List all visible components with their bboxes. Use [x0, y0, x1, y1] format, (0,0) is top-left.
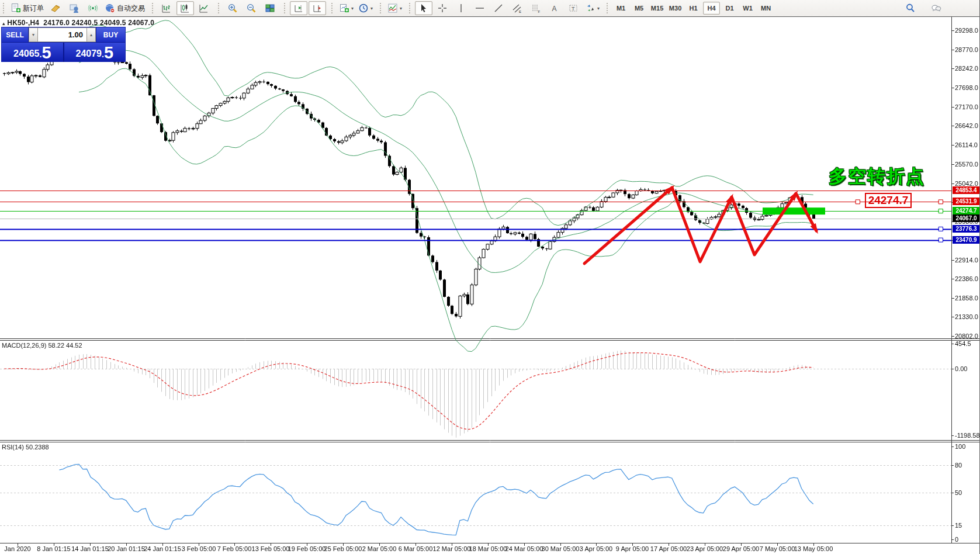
price-axis-tick-label: 21330.0: [955, 313, 978, 320]
cursor-icon: [418, 3, 429, 13]
main-toolbar: 新订单自动交易▾▾▾EFAT▾M1M5M15M30H1H4D1W1MN: [0, 0, 979, 17]
window-marker-icon: ▴: [2, 20, 5, 26]
chart-shift-icon: [312, 3, 323, 13]
autoscroll-button[interactable]: [290, 1, 307, 15]
profile-button[interactable]: [65, 1, 83, 15]
line-chart-icon: [199, 3, 209, 13]
new-order-button[interactable]: 新订单: [9, 1, 46, 15]
timeframe-m5-button[interactable]: M5: [631, 2, 647, 15]
bar-chart-icon: [161, 3, 172, 13]
crosshair-button[interactable]: [434, 1, 451, 15]
svg-text:F: F: [538, 10, 541, 13]
trendline-button[interactable]: [490, 1, 507, 15]
indicators-button[interactable]: ▾: [386, 1, 404, 15]
price-level-badge: 24067.0: [953, 214, 980, 222]
autotrading-button-label: 自动交易: [117, 4, 145, 13]
timeframe-mn-button[interactable]: MN: [757, 2, 774, 15]
line-view-button[interactable]: [195, 1, 213, 15]
svg-text:A: A: [552, 5, 557, 13]
gold-template-icon: [50, 3, 61, 13]
hline-icon: [475, 3, 485, 13]
price-axis-tick-label: 20802.0: [955, 333, 978, 340]
price-axis-tick-label: 27698.0: [955, 84, 978, 91]
dropdown-caret-icon: ▾: [400, 6, 402, 11]
price-axis-tick-label: 29298.0: [955, 27, 978, 34]
price-level-badge: 23776.3: [953, 225, 980, 233]
toolbar-group-grip: [284, 3, 287, 13]
buy-price-pip: 5: [104, 44, 113, 61]
shapes-icon: [585, 3, 595, 13]
price-axis-tick-label: 25570.0: [955, 161, 978, 168]
buy-price-display[interactable]: 24079 . 5: [64, 43, 126, 62]
new-chart-icon: [339, 3, 349, 13]
broadcast-icon: [88, 3, 98, 13]
time-axis-label: 13 May 05:00: [787, 545, 840, 552]
label-button[interactable]: T: [565, 1, 582, 15]
broadcast-button[interactable]: [84, 1, 102, 15]
ohlc-values: 24176.0 24240.5 24049.5 24067.0: [43, 19, 154, 27]
channel-button[interactable]: E: [508, 1, 526, 15]
boxed-price-annotation: 24274.7: [865, 193, 912, 208]
price-axis-tick-label: 26114.0: [955, 141, 978, 148]
bars-view-button[interactable]: [158, 1, 175, 15]
price-axis-tick-label: 28770.0: [955, 46, 978, 53]
symbol-period-label: HK50-,H4: [7, 19, 39, 27]
profile-chart-icon: [69, 3, 79, 13]
label-icon: T: [568, 3, 579, 13]
sell-price-pip: 5: [41, 44, 51, 61]
timeframe-m1-button[interactable]: M1: [612, 2, 629, 15]
buy-price-main: 24079: [75, 46, 102, 61]
macd-scale-label: 454.5: [955, 340, 971, 347]
svg-text:T: T: [572, 6, 575, 12]
zoom-in-button[interactable]: [224, 1, 241, 15]
vline-icon: [456, 3, 466, 13]
candles-view-button[interactable]: [176, 1, 194, 15]
volume-field-wrap: [38, 27, 86, 42]
sell-price-display[interactable]: 24065 . 5: [2, 43, 64, 62]
new-chart-button[interactable]: ▾: [337, 1, 355, 15]
sell-button[interactable]: SELL: [2, 27, 29, 42]
profiles-button[interactable]: ▾: [356, 1, 375, 15]
buy-button[interactable]: BUY: [96, 27, 125, 42]
price-level-badge: 24853.4: [953, 186, 980, 194]
template-button[interactable]: [47, 1, 64, 15]
timeframe-m30-button[interactable]: M30: [667, 2, 684, 15]
hline-button[interactable]: [471, 1, 489, 15]
candlestick-icon: [180, 3, 191, 13]
autotrading-button[interactable]: 自动交易: [103, 1, 147, 15]
zoom-out-button[interactable]: [243, 1, 260, 15]
tile-windows-button[interactable]: [261, 1, 279, 15]
volume-input[interactable]: [38, 30, 86, 40]
cursor-button[interactable]: [415, 1, 432, 15]
volume-increase-button[interactable]: ▴: [86, 27, 96, 42]
timeframe-h4-button[interactable]: H4: [703, 2, 720, 15]
fibonacci-button[interactable]: F: [527, 1, 545, 15]
toolbar-group-grip: [152, 3, 155, 13]
timeframe-h1-button[interactable]: H1: [685, 2, 702, 15]
mt4-trading-platform: { "window": { "marker": "▴", "symbol_per…: [0, 0, 980, 554]
rsi-scale-label: 50: [955, 489, 962, 496]
chat-icon: [931, 3, 941, 13]
volume-decrease-button[interactable]: ▾: [29, 27, 38, 42]
chart-shift-button[interactable]: [309, 1, 326, 15]
rsi-indicator-label: RSI(14) 50.2388: [2, 444, 49, 451]
timeframe-w1-button[interactable]: W1: [739, 2, 756, 15]
price-axis-tick-label: 21858.0: [955, 295, 978, 302]
text-button[interactable]: A: [546, 1, 563, 15]
chat-button[interactable]: [927, 1, 945, 15]
timeframe-d1-button[interactable]: D1: [721, 2, 738, 15]
chart-canvas[interactable]: [0, 17, 980, 554]
toolbar-group-grip: [3, 3, 6, 13]
rsi-scale-label: 80: [955, 462, 962, 469]
vline-button[interactable]: [452, 1, 470, 15]
rsi-scale-label: 0: [955, 536, 958, 543]
search-icon: [905, 3, 916, 13]
price-level-badge: 23470.9: [953, 236, 980, 244]
shapes-button[interactable]: ▾: [583, 1, 601, 15]
toolbar-group-grip: [607, 3, 610, 13]
crosshair-icon: [437, 3, 448, 13]
chart-window: ▴ HK50-,H4 24176.0 24240.5 24049.5 24067…: [0, 17, 980, 554]
price-axis-tick-label: 27170.0: [955, 103, 978, 110]
search-button[interactable]: [902, 1, 919, 15]
timeframe-m15-button[interactable]: M15: [649, 2, 666, 15]
